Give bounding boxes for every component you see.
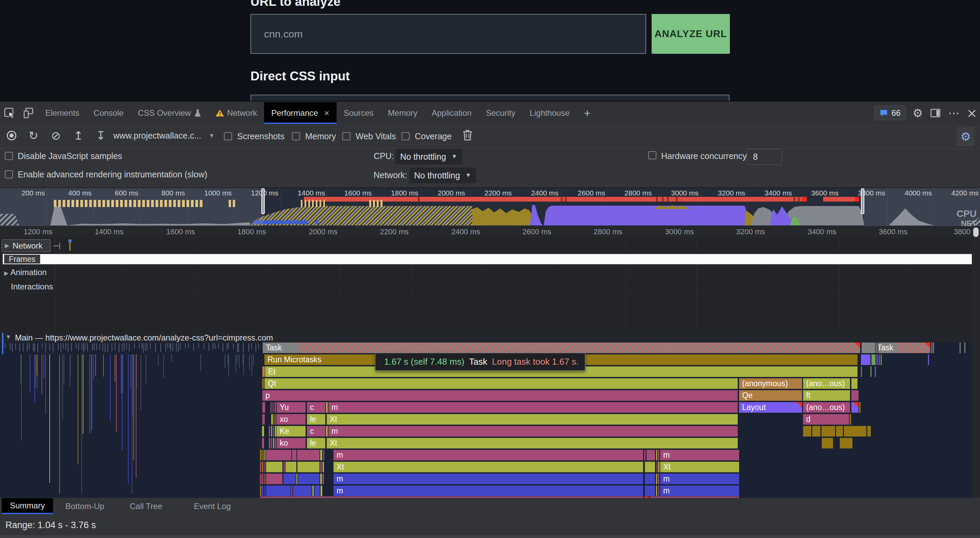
scrollbar-thumb[interactable]	[973, 227, 978, 237]
hardware-concurrency-input[interactable]: 8	[746, 149, 782, 165]
flame-bar-ft[interactable]: ft	[803, 390, 850, 401]
close-devtools-icon[interactable]: ×	[966, 105, 977, 121]
track-network-header[interactable]: ▶ Network	[2, 239, 50, 252]
flame-bar[interactable]	[298, 462, 320, 472]
flame-bar[interactable]	[314, 485, 320, 496]
memory-checkbox[interactable]	[292, 132, 300, 140]
flame-bar-m[interactable]: m	[660, 474, 739, 484]
flame-bar[interactable]	[859, 402, 861, 413]
track-frames-header[interactable]: Frames	[4, 255, 40, 263]
flame-bar-m[interactable]: m	[334, 450, 643, 460]
flame-bar[interactable]	[262, 462, 263, 472]
flame-bar[interactable]	[260, 485, 261, 496]
flame-bar-m[interactable]: m	[660, 485, 739, 496]
flame-bar[interactable]	[878, 354, 880, 365]
frames-strip[interactable]	[3, 254, 972, 264]
flame-bar[interactable]	[851, 402, 859, 413]
flame-bar-m[interactable]: m	[334, 485, 643, 496]
flame-bar[interactable]	[861, 366, 862, 377]
details-tab-summary[interactable]: Summary	[2, 498, 53, 514]
flame-bar[interactable]	[271, 414, 273, 425]
flame-bar--ano-ous-[interactable]: (ano…ous)	[803, 378, 850, 389]
flame-bar[interactable]	[851, 390, 859, 401]
flame-bar[interactable]	[323, 462, 324, 472]
flame-bar-m[interactable]: m	[660, 450, 739, 460]
flame-bar[interactable]	[297, 450, 320, 460]
tab-security[interactable]: Security	[479, 102, 523, 124]
flame-bar[interactable]	[264, 485, 266, 496]
flame-bar[interactable]	[296, 474, 298, 484]
expand-arrow-icon[interactable]: ▶	[4, 270, 8, 276]
flame-bar[interactable]	[262, 378, 263, 389]
tab-performance[interactable]: Performance×	[264, 102, 337, 124]
load-profile-icon[interactable]: ↥	[73, 129, 83, 142]
hardware-concurrency-checkbox[interactable]	[648, 151, 656, 160]
flame-bar-task[interactable]: Task	[862, 343, 897, 353]
flame-bar[interactable]	[326, 402, 328, 413]
flame-bar[interactable]	[877, 354, 878, 365]
flame-bar[interactable]	[881, 354, 882, 365]
details-tab-bottom-up[interactable]: Bottom-Up	[57, 498, 113, 514]
tab-lighthouse[interactable]: Lighthouse	[523, 102, 577, 124]
flame-bar-ke[interactable]: Ke	[277, 426, 305, 436]
flame-bar-task[interactable]: Task	[263, 343, 299, 353]
flame-bar[interactable]	[656, 450, 657, 460]
flame-bar[interactable]	[271, 426, 272, 436]
flame-bar-qt[interactable]: Qt	[265, 378, 738, 389]
flame-bar[interactable]	[658, 450, 659, 460]
flame-bar[interactable]	[822, 438, 833, 449]
flame-bar[interactable]	[275, 426, 276, 436]
dock-side-icon[interactable]	[930, 107, 941, 119]
flame-bar[interactable]	[271, 438, 272, 449]
flame-bar-m[interactable]: m	[334, 474, 643, 484]
flame-bar[interactable]	[650, 496, 739, 498]
flame-bar-xt[interactable]: Xt	[327, 414, 738, 425]
flame-bar[interactable]	[275, 402, 276, 413]
flame-bar[interactable]	[897, 343, 930, 353]
flame-bar[interactable]	[875, 343, 876, 353]
flame-bar[interactable]	[299, 343, 860, 353]
flame-bar[interactable]	[867, 426, 871, 436]
flame-bar[interactable]	[323, 474, 324, 484]
flame-bar[interactable]	[836, 426, 843, 436]
flame-bar[interactable]	[275, 438, 276, 449]
tab-network[interactable]: Network	[208, 102, 264, 124]
flame-bar[interactable]	[260, 496, 643, 498]
flame-bar-xt[interactable]: Xt	[660, 462, 739, 472]
flame-bar[interactable]	[293, 485, 312, 496]
flame-bar[interactable]	[283, 462, 285, 472]
inspect-element-icon[interactable]	[0, 102, 19, 124]
flame-bar[interactable]	[872, 354, 875, 365]
flame-bar[interactable]	[260, 462, 261, 472]
tab-memory[interactable]: Memory	[381, 102, 425, 124]
selection-handle-right[interactable]	[861, 188, 864, 214]
flame-bar[interactable]	[656, 474, 657, 484]
flame-bar[interactable]	[844, 426, 866, 436]
flame-bar[interactable]	[262, 366, 265, 377]
flame-bar[interactable]	[851, 378, 858, 389]
flame-bar[interactable]	[291, 485, 292, 496]
flame-bar-layout[interactable]: Layout	[739, 402, 802, 413]
disable-js-samples-checkbox[interactable]	[5, 152, 13, 160]
track-interactions-header[interactable]: Interactions	[11, 282, 53, 292]
flame-bar-ko[interactable]: ko	[277, 438, 305, 449]
coverage-checkbox[interactable]	[401, 132, 410, 140]
flame-bar[interactable]	[933, 343, 934, 353]
new-tab-button[interactable]: +	[577, 102, 598, 124]
flame-bar[interactable]	[292, 450, 296, 460]
page-select[interactable]: www.projectwallace.c... ▼	[113, 131, 215, 140]
flame-bar[interactable]	[262, 474, 263, 484]
flame-bar-le[interactable]: le	[307, 438, 325, 449]
flame-bar-xo[interactable]: xo	[277, 414, 305, 425]
flame-bar[interactable]	[644, 496, 649, 498]
flame-bar[interactable]	[270, 402, 272, 413]
flame-bar[interactable]	[266, 485, 291, 496]
settings-gear-icon[interactable]: ⚙	[913, 106, 923, 120]
flame-bar[interactable]	[326, 426, 328, 436]
flame-bar[interactable]	[931, 343, 932, 353]
network-throttling-select[interactable]: No throttling▼	[409, 168, 476, 183]
flame-bar--anonymous-[interactable]: (anonymous)	[739, 378, 802, 389]
flame-bar[interactable]	[263, 378, 264, 389]
flame-bar[interactable]	[658, 474, 659, 484]
flame-bar[interactable]	[964, 343, 966, 353]
